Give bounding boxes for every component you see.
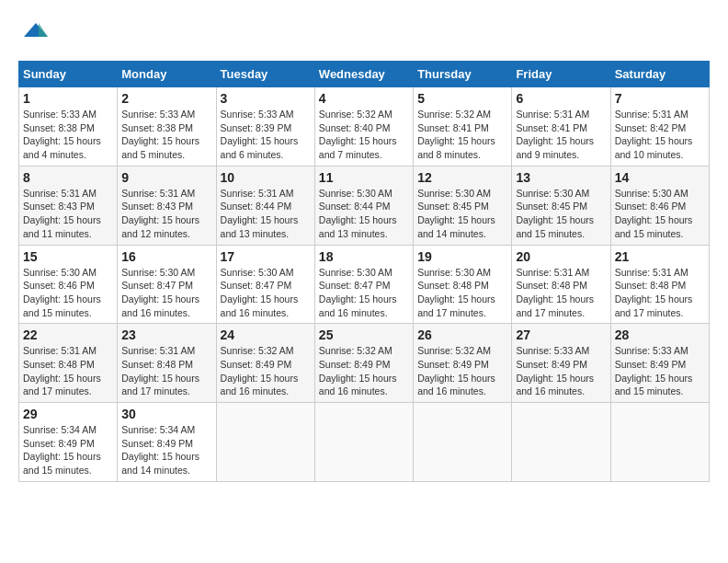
day-detail: Sunrise: 5:32 AM Sunset: 8:49 PM Dayligh… (221, 344, 311, 398)
calendar-cell: 1 Sunrise: 5:33 AM Sunset: 8:38 PM Dayli… (19, 87, 118, 167)
day-number: 7 (615, 91, 705, 106)
day-number: 2 (121, 91, 211, 106)
calendar-cell: 17 Sunrise: 5:30 AM Sunset: 8:47 PM Dayl… (216, 245, 314, 324)
day-number: 21 (615, 249, 705, 264)
day-detail: Sunrise: 5:30 AM Sunset: 8:47 PM Dayligh… (221, 266, 311, 320)
day-detail: Sunrise: 5:31 AM Sunset: 8:48 PM Dayligh… (121, 344, 211, 398)
calendar-week-2: 8 Sunrise: 5:31 AM Sunset: 8:43 PM Dayli… (19, 166, 710, 245)
day-number: 18 (319, 249, 409, 264)
calendar-cell (610, 403, 709, 482)
day-number: 26 (417, 327, 507, 342)
day-number: 3 (221, 91, 311, 106)
day-number: 24 (221, 327, 311, 342)
day-number: 9 (121, 170, 211, 185)
day-number: 11 (319, 170, 409, 185)
calendar-cell (512, 403, 610, 482)
day-detail: Sunrise: 5:32 AM Sunset: 8:40 PM Dayligh… (319, 108, 409, 162)
calendar-cell: 2 Sunrise: 5:33 AM Sunset: 8:38 PM Dayli… (118, 87, 216, 167)
calendar-cell (314, 403, 413, 482)
day-detail: Sunrise: 5:31 AM Sunset: 8:43 PM Dayligh… (121, 187, 211, 241)
day-number: 25 (319, 327, 409, 342)
day-number: 14 (615, 170, 705, 185)
calendar-cell (414, 403, 512, 482)
day-detail: Sunrise: 5:31 AM Sunset: 8:48 PM Dayligh… (516, 266, 606, 320)
calendar-cell: 19 Sunrise: 5:30 AM Sunset: 8:48 PM Dayl… (414, 245, 512, 324)
day-detail: Sunrise: 5:33 AM Sunset: 8:49 PM Dayligh… (516, 344, 606, 398)
calendar-cell (216, 403, 314, 482)
logo (18, 18, 50, 52)
day-detail: Sunrise: 5:32 AM Sunset: 8:49 PM Dayligh… (319, 344, 409, 398)
calendar-cell: 30 Sunrise: 5:34 AM Sunset: 8:49 PM Dayl… (118, 403, 216, 482)
day-number: 5 (417, 91, 507, 106)
day-number: 16 (121, 249, 211, 264)
day-detail: Sunrise: 5:33 AM Sunset: 8:38 PM Dayligh… (23, 108, 113, 162)
calendar-table: SundayMondayTuesdayWednesdayThursdayFrid… (18, 61, 710, 482)
calendar-cell: 24 Sunrise: 5:32 AM Sunset: 8:49 PM Dayl… (216, 324, 314, 403)
day-detail: Sunrise: 5:30 AM Sunset: 8:45 PM Dayligh… (417, 187, 507, 241)
day-number: 20 (516, 249, 606, 264)
calendar-cell: 20 Sunrise: 5:31 AM Sunset: 8:48 PM Dayl… (512, 245, 610, 324)
calendar-cell: 11 Sunrise: 5:30 AM Sunset: 8:44 PM Dayl… (314, 166, 413, 245)
svg-marker-1 (39, 23, 48, 37)
day-detail: Sunrise: 5:31 AM Sunset: 8:44 PM Dayligh… (221, 187, 311, 241)
day-detail: Sunrise: 5:31 AM Sunset: 8:48 PM Dayligh… (615, 266, 705, 320)
day-detail: Sunrise: 5:30 AM Sunset: 8:48 PM Dayligh… (417, 266, 507, 320)
day-header-sunday: Sunday (19, 62, 118, 87)
calendar-cell: 26 Sunrise: 5:32 AM Sunset: 8:49 PM Dayl… (414, 324, 512, 403)
day-detail: Sunrise: 5:34 AM Sunset: 8:49 PM Dayligh… (23, 423, 113, 477)
day-number: 1 (23, 91, 113, 106)
calendar-cell: 4 Sunrise: 5:32 AM Sunset: 8:40 PM Dayli… (314, 87, 413, 167)
day-header-saturday: Saturday (610, 62, 709, 87)
calendar-cell: 3 Sunrise: 5:33 AM Sunset: 8:39 PM Dayli… (216, 87, 314, 167)
calendar-cell: 8 Sunrise: 5:31 AM Sunset: 8:43 PM Dayli… (19, 166, 118, 245)
calendar-cell: 10 Sunrise: 5:31 AM Sunset: 8:44 PM Dayl… (216, 166, 314, 245)
calendar-cell: 14 Sunrise: 5:30 AM Sunset: 8:46 PM Dayl… (610, 166, 709, 245)
day-detail: Sunrise: 5:32 AM Sunset: 8:49 PM Dayligh… (417, 344, 507, 398)
day-detail: Sunrise: 5:30 AM Sunset: 8:46 PM Dayligh… (23, 266, 113, 320)
calendar-cell: 7 Sunrise: 5:31 AM Sunset: 8:42 PM Dayli… (610, 87, 709, 167)
day-number: 28 (615, 327, 705, 342)
day-detail: Sunrise: 5:30 AM Sunset: 8:45 PM Dayligh… (516, 187, 606, 241)
day-detail: Sunrise: 5:33 AM Sunset: 8:38 PM Dayligh… (121, 108, 211, 162)
day-detail: Sunrise: 5:31 AM Sunset: 8:41 PM Dayligh… (516, 108, 606, 162)
day-detail: Sunrise: 5:30 AM Sunset: 8:44 PM Dayligh… (319, 187, 409, 241)
calendar-cell: 27 Sunrise: 5:33 AM Sunset: 8:49 PM Dayl… (512, 324, 610, 403)
calendar-cell: 5 Sunrise: 5:32 AM Sunset: 8:41 PM Dayli… (414, 87, 512, 167)
calendar-cell: 21 Sunrise: 5:31 AM Sunset: 8:48 PM Dayl… (610, 245, 709, 324)
calendar-cell: 9 Sunrise: 5:31 AM Sunset: 8:43 PM Dayli… (118, 166, 216, 245)
calendar-cell: 25 Sunrise: 5:32 AM Sunset: 8:49 PM Dayl… (314, 324, 413, 403)
calendar-week-5: 29 Sunrise: 5:34 AM Sunset: 8:49 PM Dayl… (19, 403, 710, 482)
calendar-week-1: 1 Sunrise: 5:33 AM Sunset: 8:38 PM Dayli… (19, 87, 710, 167)
day-detail: Sunrise: 5:32 AM Sunset: 8:41 PM Dayligh… (417, 108, 507, 162)
calendar-week-3: 15 Sunrise: 5:30 AM Sunset: 8:46 PM Dayl… (19, 245, 710, 324)
day-header-tuesday: Tuesday (216, 62, 314, 87)
logo-text (18, 18, 50, 52)
calendar-cell: 28 Sunrise: 5:33 AM Sunset: 8:49 PM Dayl… (610, 324, 709, 403)
logo-icon (22, 18, 50, 46)
day-number: 17 (221, 249, 311, 264)
day-detail: Sunrise: 5:31 AM Sunset: 8:42 PM Dayligh… (615, 108, 705, 162)
calendar-cell: 13 Sunrise: 5:30 AM Sunset: 8:45 PM Dayl… (512, 166, 610, 245)
day-detail: Sunrise: 5:33 AM Sunset: 8:39 PM Dayligh… (221, 108, 311, 162)
calendar-cell: 12 Sunrise: 5:30 AM Sunset: 8:45 PM Dayl… (414, 166, 512, 245)
day-number: 8 (23, 170, 113, 185)
calendar-cell: 15 Sunrise: 5:30 AM Sunset: 8:46 PM Dayl… (19, 245, 118, 324)
day-number: 4 (319, 91, 409, 106)
day-number: 23 (121, 327, 211, 342)
day-header-thursday: Thursday (414, 62, 512, 87)
calendar-cell: 18 Sunrise: 5:30 AM Sunset: 8:47 PM Dayl… (314, 245, 413, 324)
day-number: 19 (417, 249, 507, 264)
day-number: 22 (23, 327, 113, 342)
day-detail: Sunrise: 5:33 AM Sunset: 8:49 PM Dayligh… (615, 344, 705, 398)
day-number: 6 (516, 91, 606, 106)
day-detail: Sunrise: 5:30 AM Sunset: 8:47 PM Dayligh… (121, 266, 211, 320)
day-header-friday: Friday (512, 62, 610, 87)
day-detail: Sunrise: 5:30 AM Sunset: 8:46 PM Dayligh… (615, 187, 705, 241)
page-header (18, 18, 710, 52)
day-number: 30 (121, 407, 211, 421)
calendar-header-row: SundayMondayTuesdayWednesdayThursdayFrid… (19, 62, 710, 87)
day-number: 15 (23, 249, 113, 264)
calendar-cell: 6 Sunrise: 5:31 AM Sunset: 8:41 PM Dayli… (512, 87, 610, 167)
calendar-cell: 22 Sunrise: 5:31 AM Sunset: 8:48 PM Dayl… (19, 324, 118, 403)
day-number: 10 (221, 170, 311, 185)
